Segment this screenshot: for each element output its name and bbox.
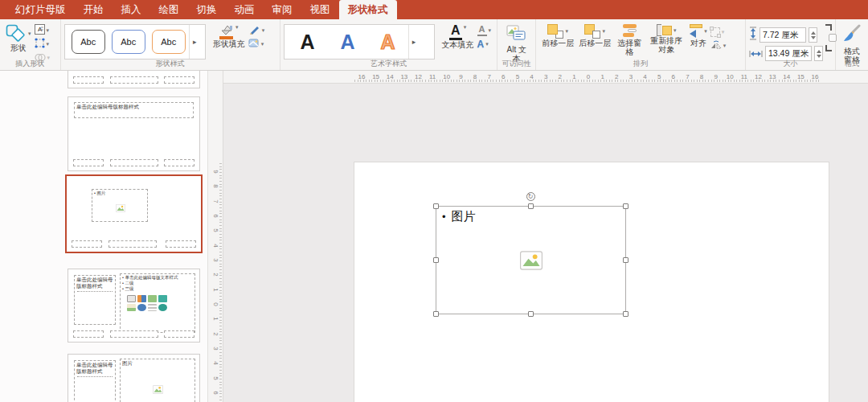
edit-points-icon bbox=[35, 37, 45, 51]
footer-placeholder bbox=[73, 330, 104, 338]
ruler-number: 7 bbox=[683, 73, 691, 80]
slide-thumbnail-panel: 单击此处编辑母版标题样式 • 图片 单击此处编辑母版标题样式 • 单击此处编辑母… bbox=[0, 71, 207, 402]
edit-points-button[interactable]: ▾ bbox=[34, 38, 51, 50]
placeholder-label: 图片 bbox=[452, 209, 476, 224]
footer-placeholder bbox=[166, 240, 196, 248]
text-box-button[interactable]: A ▾ bbox=[34, 24, 51, 36]
footer-placeholder bbox=[164, 330, 194, 338]
group-arrange: ▾ 前移一层 ▾ 后移一层 选择窗格 ▾ 重新排序对象 ▾ bbox=[536, 19, 746, 70]
shape-fill-button[interactable]: ▾ 形状填充 bbox=[211, 23, 248, 50]
text-outline-button[interactable]: A ▾ bbox=[477, 24, 493, 36]
cycle-icon bbox=[158, 295, 167, 302]
resize-handle-bottom-right[interactable] bbox=[623, 311, 628, 317]
height-stepper[interactable] bbox=[809, 27, 817, 43]
rotate-objects-button[interactable]: ▾ bbox=[710, 39, 727, 51]
ruler-number: 15 bbox=[796, 73, 805, 80]
gallery-expand-arrow-icon[interactable]: ▸ bbox=[408, 25, 420, 59]
resize-handle-top-middle[interactable] bbox=[528, 203, 534, 209]
ruler-number: 8 bbox=[212, 179, 219, 194]
group-objects-button[interactable]: ▾ bbox=[710, 26, 727, 38]
resize-handle-top-right[interactable] bbox=[623, 203, 628, 209]
group-label-format: 格式 bbox=[836, 59, 868, 69]
shapes-button[interactable]: ▾ 形状 bbox=[3, 23, 34, 54]
ruler-number: 6 bbox=[212, 386, 219, 400]
shape-effects-button[interactable]: ▾ bbox=[248, 38, 266, 50]
footer-placeholder bbox=[108, 240, 157, 248]
picture-icon bbox=[153, 385, 163, 394]
crop-icon[interactable] bbox=[825, 23, 832, 53]
ruler-number: 1 bbox=[212, 282, 219, 297]
bring-forward-button[interactable]: ▾ 前移一层 bbox=[539, 23, 576, 49]
align-button[interactable]: ▾ 对齐 bbox=[687, 23, 710, 49]
picture-icon bbox=[127, 304, 136, 311]
menu-tab[interactable]: 形状格式 bbox=[339, 0, 397, 19]
footer-placeholder bbox=[72, 240, 102, 248]
ribbon: ▾ 形状 A ▾ ▾ ▾ 插入形状 Abc Abc Abc ▸ bbox=[0, 19, 868, 71]
group-objects-icon bbox=[710, 27, 720, 37]
menu-tab[interactable]: 绘图 bbox=[150, 0, 188, 19]
wordart-preset-3[interactable]: A bbox=[368, 31, 408, 54]
reorder-objects-icon bbox=[657, 24, 672, 36]
menu-tab[interactable]: 审阅 bbox=[264, 0, 301, 19]
shape-height-input[interactable] bbox=[760, 27, 806, 43]
reorder-objects-button[interactable]: ▾ 重新排序对象 bbox=[645, 23, 687, 55]
group-accessibility: Alt 文本 可访问性 bbox=[497, 19, 536, 70]
ruler-number: 14 bbox=[386, 73, 394, 80]
menu-tab[interactable]: 切换 bbox=[188, 0, 226, 19]
ribbon-tab-bar: 幻灯片母版开始插入绘图切换动画审阅视图形状格式 bbox=[0, 0, 868, 19]
title-placeholder-text: 单击此处编辑母版标题样式 bbox=[75, 103, 193, 111]
resize-handle-bottom-left[interactable] bbox=[433, 311, 439, 317]
send-backward-button[interactable]: ▾ 后移一层 bbox=[576, 23, 613, 49]
group-format: 格式窗格 格式 bbox=[836, 19, 868, 70]
dropdown-caret-icon: ▾ bbox=[485, 41, 489, 47]
resize-handle-bottom-middle[interactable] bbox=[528, 311, 534, 317]
picture-placeholder[interactable]: ↻ • 图片 bbox=[436, 206, 626, 314]
shape-style-preset-3[interactable]: Abc bbox=[152, 30, 186, 54]
text-fill-button[interactable]: A ▾ 文本填充 bbox=[440, 23, 477, 51]
align-label: 对齐 bbox=[690, 39, 706, 47]
picture-icon[interactable] bbox=[520, 251, 542, 270]
shape-style-preset-1[interactable]: Abc bbox=[72, 30, 105, 54]
menu-tab[interactable]: 开始 bbox=[75, 0, 113, 19]
shape-fill-label: 形状填充 bbox=[213, 39, 245, 48]
selection-pane-label: 选择窗格 bbox=[616, 39, 643, 56]
menu-tab[interactable]: 插入 bbox=[113, 0, 150, 19]
resize-handle-middle-left[interactable] bbox=[433, 257, 439, 263]
resize-handle-top-left[interactable] bbox=[433, 203, 439, 209]
alt-text-icon bbox=[506, 24, 527, 45]
text-effects-button[interactable]: A ▾ bbox=[477, 38, 493, 50]
resize-handle-middle-right[interactable] bbox=[623, 257, 628, 263]
table-icon bbox=[127, 295, 136, 302]
shape-outline-button[interactable]: ▾ bbox=[248, 24, 266, 36]
ruler-number: 9 bbox=[212, 164, 219, 178]
dropdown-caret-icon: ▾ bbox=[704, 28, 707, 35]
menu-tab[interactable]: 动画 bbox=[226, 0, 264, 19]
title-placeholder-text: 单击此处编辑母版标题样式 bbox=[75, 361, 115, 375]
ruler-number: 5 bbox=[514, 73, 522, 80]
shape-style-preset-2[interactable]: Abc bbox=[112, 30, 145, 54]
thumbnail-picture-caption-layout[interactable]: 单击此处编辑母版标题样式 图片 bbox=[68, 354, 200, 402]
thumbnail-slide-partial[interactable] bbox=[68, 71, 200, 88]
vertical-ruler-ticks bbox=[219, 163, 222, 402]
group-label-size: 大小 bbox=[746, 59, 835, 69]
rotate-handle[interactable]: ↻ bbox=[526, 192, 535, 201]
wordart-preset-2[interactable]: A bbox=[328, 31, 368, 54]
menu-tab[interactable]: 幻灯片母版 bbox=[6, 0, 75, 19]
slide-canvas[interactable]: 1615141312111098765432101234567891011121… bbox=[223, 71, 868, 402]
wordart-preset-1[interactable]: A bbox=[288, 31, 328, 54]
ruler-number: 6 bbox=[499, 73, 507, 80]
format-brush-icon bbox=[841, 24, 862, 47]
horizontal-ruler: 1615141312111098765432101234567891011121… bbox=[223, 71, 868, 84]
picture-placeholder-text: 图片 bbox=[96, 191, 105, 195]
selection-pane-button[interactable]: 选择窗格 bbox=[613, 23, 645, 58]
gallery-expand-arrow-icon[interactable]: ▸ bbox=[189, 25, 200, 59]
menu-tab[interactable]: 视图 bbox=[301, 0, 339, 19]
ruler-number: 8 bbox=[471, 73, 479, 80]
content-icons bbox=[127, 295, 167, 311]
ruler-number: 11 bbox=[428, 73, 436, 80]
thumbnail-title-master[interactable]: 单击此处编辑母版标题样式 bbox=[68, 96, 200, 171]
picture-placeholder-text: 图片 bbox=[121, 359, 194, 367]
thumbnail-picture-layout-selected[interactable]: • 图片 bbox=[65, 174, 203, 253]
reorder-objects-label: 重新排序对象 bbox=[648, 36, 685, 54]
thumbnail-two-content-layout[interactable]: 单击此处编辑母版标题样式 • 单击此处编辑母版文本样式 • 二级 • 三级 bbox=[68, 269, 200, 343]
